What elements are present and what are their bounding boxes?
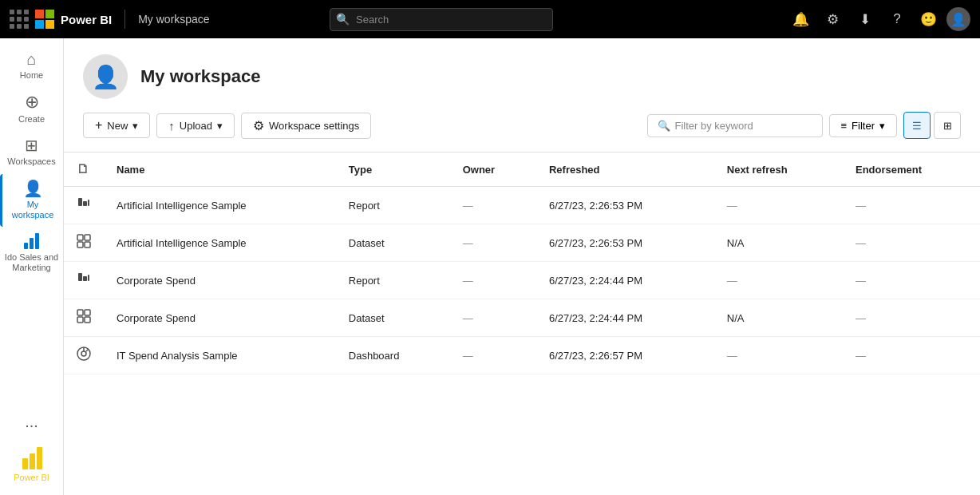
row-owner-0: — (450, 187, 536, 224)
new-button[interactable]: + New ▾ (83, 113, 150, 138)
row-owner-1: — (450, 224, 536, 262)
row-refreshed-4: 6/27/23, 2:26:57 PM (536, 337, 714, 374)
topnav-workspace-label: My workspace (138, 13, 209, 26)
svg-rect-13 (85, 317, 90, 323)
create-icon: ⊕ (25, 93, 39, 111)
row-type-4: Dashboard (336, 337, 450, 374)
table-row[interactable]: Artificial Intelligence Sample Dataset —… (64, 224, 980, 262)
content-area: 👤 My workspace + New ▾ ↑ Upload ▾ ⚙ Work… (64, 38, 980, 495)
col-type: Type (336, 152, 450, 187)
row-name-4: IT Spend Analysis Sample (104, 337, 336, 374)
sidebar-label-workspaces: Workspaces (7, 156, 55, 167)
sidebar-item-create[interactable]: ⊕ Create (0, 87, 63, 131)
row-endorsement-4: — (843, 337, 980, 374)
main-layout: ⌂ Home ⊕ Create ⊞ Workspaces 👤 Myworkspa… (0, 38, 980, 495)
settings-icon[interactable]: ⚙ (819, 5, 848, 34)
table-header-row: 🗋 Name Type Owner Refreshed Next refresh… (64, 152, 980, 187)
sidebar-item-workspaces[interactable]: ⊞ Workspaces (0, 131, 63, 173)
chevron-down-icon: ▾ (132, 120, 138, 132)
svg-point-15 (81, 351, 86, 356)
file-icon-header: 🗋 (77, 162, 89, 176)
search-input[interactable] (330, 8, 553, 31)
sidebar-label-my-workspace: Myworkspace (12, 200, 54, 220)
row-name-3: Corporate Spend (104, 299, 336, 337)
list-view-button[interactable]: ☰ (903, 112, 931, 139)
row-refreshed-2: 6/27/23, 2:24:44 PM (536, 262, 714, 299)
table-row[interactable]: IT Spend Analysis Sample Dashboard — 6/2… (64, 337, 980, 374)
items-table: 🗋 Name Type Owner Refreshed Next refresh… (64, 152, 980, 374)
filter-keyword-input[interactable] (675, 120, 795, 132)
filter-input-wrapper: 🔍 (647, 114, 823, 137)
filter-dropdown[interactable]: ≡ Filter ▾ (829, 114, 897, 137)
filter-chevron-icon: ▾ (879, 120, 885, 132)
avatar[interactable]: 👤 (946, 7, 970, 31)
sidebar-item-sales-marketing[interactable]: Ido Sales and Marketing (0, 227, 63, 279)
sidebar-item-home[interactable]: ⌂ Home (0, 45, 63, 87)
sidebar-more-icon[interactable]: ··· (18, 410, 45, 441)
row-next-refresh-4: — (714, 337, 843, 374)
workspace-name: My workspace (140, 66, 260, 87)
powerbi-label: Power BI (14, 473, 49, 482)
row-icon-2 (64, 262, 104, 299)
svg-rect-5 (77, 242, 83, 248)
row-type-1: Dataset (336, 224, 450, 262)
row-refreshed-1: 6/27/23, 2:26:53 PM (536, 224, 714, 262)
items-table-container: 🗋 Name Type Owner Refreshed Next refresh… (64, 152, 980, 495)
workspace-avatar: 👤 (83, 54, 128, 99)
sidebar-label-create: Create (18, 114, 45, 125)
workspace-settings-button[interactable]: ⚙ Workspace settings (241, 113, 371, 139)
table-row[interactable]: Corporate Spend Report — 6/27/23, 2:24:4… (64, 262, 980, 299)
row-type-0: Report (336, 187, 450, 224)
help-icon[interactable]: ? (883, 5, 911, 34)
row-icon-1 (64, 224, 104, 262)
svg-rect-8 (83, 276, 87, 281)
workspace-title-row: 👤 My workspace (83, 54, 961, 99)
search-bar: 🔍 (330, 8, 553, 31)
row-name-0: Artificial Intelligence Sample (104, 187, 336, 224)
svg-rect-2 (88, 200, 89, 206)
col-owner: Owner (450, 152, 536, 187)
svg-rect-1 (83, 201, 87, 206)
sidebar-item-my-workspace[interactable]: 👤 Myworkspace (0, 174, 63, 227)
powerbi-logo (22, 447, 41, 469)
workspaces-icon: ⊞ (25, 137, 38, 153)
row-icon-0 (64, 187, 104, 224)
col-endorsement: Endorsement (843, 152, 980, 187)
col-next-refresh: Next refresh (714, 152, 843, 187)
microsoft-logo (35, 10, 54, 29)
row-refreshed-3: 6/27/23, 2:24:44 PM (536, 299, 714, 337)
my-workspace-icon: 👤 (23, 180, 43, 196)
toolbar: + New ▾ ↑ Upload ▾ ⚙ Workspace settings … (83, 112, 961, 139)
row-next-refresh-3: N/A (714, 299, 843, 337)
view-icons: ☰ ⊞ (903, 112, 961, 139)
row-refreshed-0: 6/27/23, 2:26:53 PM (536, 187, 714, 224)
upload-icon: ↑ (168, 119, 175, 133)
grid-view-button[interactable]: ⊞ (934, 112, 961, 139)
row-endorsement-2: — (843, 262, 980, 299)
sales-bars-icon (24, 233, 39, 249)
home-icon: ⌂ (26, 51, 36, 67)
row-endorsement-1: — (843, 224, 980, 262)
plus-icon: + (95, 118, 102, 133)
table-row[interactable]: Artificial Intelligence Sample Report — … (64, 187, 980, 224)
svg-rect-7 (78, 273, 82, 281)
feedback-icon[interactable]: 🙂 (915, 5, 943, 34)
svg-line-17 (86, 349, 89, 351)
app-launcher[interactable] (10, 10, 29, 29)
svg-rect-10 (77, 310, 83, 315)
upload-chevron-icon: ▾ (217, 120, 223, 132)
svg-rect-12 (77, 317, 83, 323)
sidebar: ⌂ Home ⊕ Create ⊞ Workspaces 👤 Myworkspa… (0, 38, 64, 495)
table-row[interactable]: Corporate Spend Dataset — 6/27/23, 2:24:… (64, 299, 980, 337)
topnav-icon-group: 🔔 ⚙ ⬇ ? 🙂 👤 (787, 5, 970, 34)
svg-rect-3 (77, 235, 83, 240)
notifications-icon[interactable]: 🔔 (787, 5, 816, 34)
sidebar-label-sales: Ido Sales and Marketing (3, 252, 60, 273)
sidebar-label-home: Home (20, 70, 43, 81)
download-icon[interactable]: ⬇ (851, 5, 879, 34)
upload-button[interactable]: ↑ Upload ▾ (156, 113, 235, 138)
col-check: 🗋 (64, 152, 104, 187)
svg-rect-11 (85, 310, 90, 315)
filter-lines-icon: ≡ (841, 120, 848, 132)
col-name: Name (104, 152, 336, 187)
